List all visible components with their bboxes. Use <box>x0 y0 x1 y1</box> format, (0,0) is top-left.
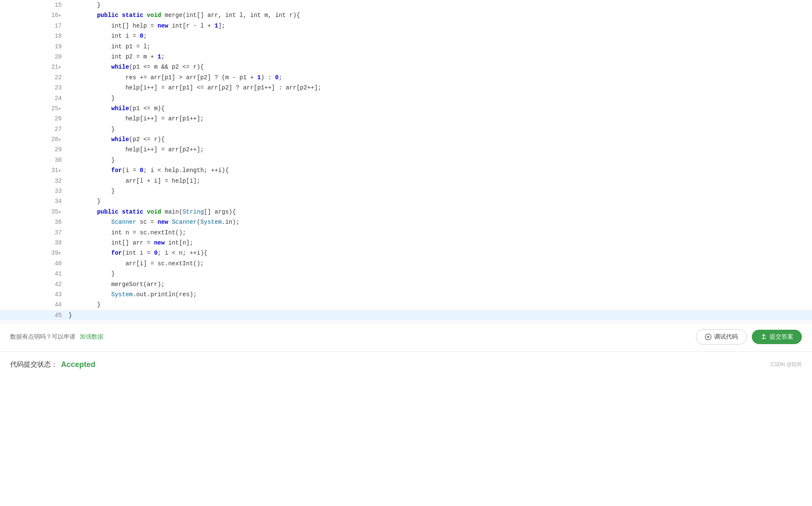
line-number: 17 <box>0 21 69 31</box>
line-content: } <box>69 310 812 320</box>
table-row: 45} <box>0 310 812 320</box>
line-content: while(p2 <= r){ <box>69 134 812 145</box>
table-row: 21▼ while(p1 <= m && p2 <= r){ <box>0 62 812 72</box>
weak-data-section: 数据有点弱吗？可以申请 加强数据 <box>10 333 103 341</box>
line-content: help[i++] = arr[p2++]; <box>69 145 812 155</box>
table-row: 44 } <box>0 300 812 310</box>
bottom-bar: 数据有点弱吗？可以申请 加强数据 调试代码 <box>0 322 812 351</box>
main-container: 15 }16▼ public static void merge(int[] a… <box>0 0 812 506</box>
line-content: help[i++] = arr[p1] <= arr[p2] ? arr[p1+… <box>69 83 812 93</box>
line-number: 32 <box>0 176 69 186</box>
line-content: int p1 = l; <box>69 42 812 52</box>
line-content: for(int i = 0; i < n; ++i){ <box>69 248 812 258</box>
table-row: 36 Scanner sc = new Scanner(System.in); <box>0 217 812 227</box>
line-number: 22 <box>0 72 69 83</box>
table-row: 31▼ for(i = 0; i < help.length; ++i){ <box>0 165 812 175</box>
table-row: 17 int[] help = new int[r - l + 1]; <box>0 21 812 31</box>
table-row: 16▼ public static void merge(int[] arr, … <box>0 10 812 20</box>
table-row: 18 int i = 0; <box>0 31 812 41</box>
line-content: } <box>69 124 812 134</box>
line-number: 20 <box>0 52 69 62</box>
table-row: 20 int p2 = m + 1; <box>0 52 812 62</box>
status-value: Accepted <box>61 360 95 369</box>
line-number: 37 <box>0 228 69 238</box>
debug-label: 调试代码 <box>714 333 738 341</box>
line-content: while(p1 <= m){ <box>69 103 812 114</box>
line-number: 34 <box>0 196 69 206</box>
table-row: 25▼ while(p1 <= m){ <box>0 103 812 114</box>
status-bar: 代码提交状态： Accepted CSDN @陌芮 <box>0 351 812 378</box>
line-number: 26 <box>0 114 69 124</box>
line-number: 42 <box>0 279 69 289</box>
line-number: 40 <box>0 259 69 269</box>
line-content: int[] help = new int[r - l + 1]; <box>69 21 812 31</box>
table-row: 35▼ public static void main(String[] arg… <box>0 207 812 217</box>
line-number: 16▼ <box>0 10 69 20</box>
line-content: } <box>69 269 812 279</box>
line-content: } <box>69 196 812 206</box>
line-content: } <box>69 186 812 196</box>
line-content: for(i = 0; i < help.length; ++i){ <box>69 165 812 175</box>
line-number: 44 <box>0 300 69 310</box>
line-content: int i = 0; <box>69 31 812 41</box>
table-row: 34 } <box>0 196 812 206</box>
csdn-watermark: CSDN @陌芮 <box>770 361 802 368</box>
line-content: Scanner sc = new Scanner(System.in); <box>69 217 812 227</box>
line-number: 18 <box>0 31 69 41</box>
line-number: 38 <box>0 238 69 248</box>
code-area: 15 }16▼ public static void merge(int[] a… <box>0 0 812 320</box>
table-row: 19 int p1 = l; <box>0 42 812 52</box>
line-number: 43 <box>0 289 69 300</box>
line-content: mergeSort(arr); <box>69 279 812 289</box>
code-table: 15 }16▼ public static void merge(int[] a… <box>0 0 812 320</box>
line-content: System.out.println(res); <box>69 289 812 300</box>
line-content: while(p1 <= m && p2 <= r){ <box>69 62 812 72</box>
table-row: 15 } <box>0 0 812 10</box>
table-row: 43 System.out.println(res); <box>0 289 812 300</box>
table-row: 32 arr[l + i] = help[i]; <box>0 176 812 186</box>
line-content: int p2 = m + 1; <box>69 52 812 62</box>
weak-data-link[interactable]: 加强数据 <box>80 333 103 340</box>
table-row: 26 help[i++] = arr[p1++]; <box>0 114 812 124</box>
submit-label: 提交答案 <box>770 333 793 341</box>
line-content: } <box>69 155 812 165</box>
status-label: 代码提交状态： <box>10 360 58 369</box>
line-content: res += arr[p1] > arr[p2] ? (m - p1 + 1) … <box>69 72 812 83</box>
line-content: } <box>69 0 812 10</box>
line-content: public static void merge(int[] arr, int … <box>69 10 812 20</box>
line-content: arr[l + i] = help[i]; <box>69 176 812 186</box>
table-row: 24 } <box>0 93 812 103</box>
line-number: 35▼ <box>0 207 69 217</box>
line-number: 31▼ <box>0 165 69 175</box>
line-number: 25▼ <box>0 103 69 114</box>
line-number: 24 <box>0 93 69 103</box>
line-content: arr[i] = sc.nextInt(); <box>69 259 812 269</box>
line-number: 29 <box>0 145 69 155</box>
table-row: 33 } <box>0 186 812 196</box>
line-content: public static void main(String[] args){ <box>69 207 812 217</box>
debug-button[interactable]: 调试代码 <box>696 329 747 345</box>
line-number: 23 <box>0 83 69 93</box>
line-number: 21▼ <box>0 62 69 72</box>
table-row: 39▼ for(int i = 0; i < n; ++i){ <box>0 248 812 258</box>
weak-data-prefix: 数据有点弱吗？可以申请 <box>10 333 75 340</box>
line-content: } <box>69 93 812 103</box>
submit-button[interactable]: 提交答案 <box>752 330 802 344</box>
table-row: 42 mergeSort(arr); <box>0 279 812 289</box>
line-number: 27 <box>0 124 69 134</box>
table-row: 29 help[i++] = arr[p2++]; <box>0 145 812 155</box>
line-number: 30 <box>0 155 69 165</box>
line-number: 45 <box>0 310 69 320</box>
table-row: 23 help[i++] = arr[p1] <= arr[p2] ? arr[… <box>0 83 812 93</box>
upload-icon <box>760 334 767 340</box>
line-number: 39▼ <box>0 248 69 258</box>
button-group: 调试代码 提交答案 <box>696 329 802 345</box>
line-number: 28▼ <box>0 134 69 145</box>
line-content: int[] arr = new int[n]; <box>69 238 812 248</box>
table-row: 41 } <box>0 269 812 279</box>
line-number: 15 <box>0 0 69 10</box>
line-number: 36 <box>0 217 69 227</box>
line-number: 41 <box>0 269 69 279</box>
line-content: help[i++] = arr[p1++]; <box>69 114 812 124</box>
line-number: 33 <box>0 186 69 196</box>
